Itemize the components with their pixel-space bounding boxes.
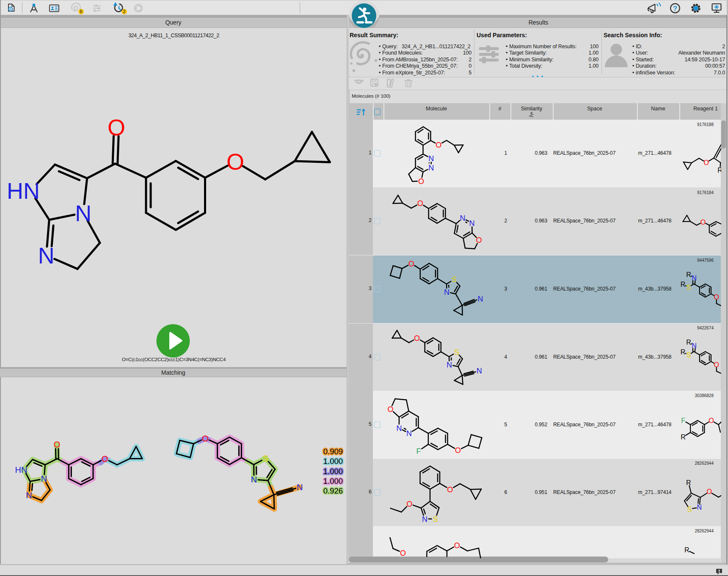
svg-text:N: N (428, 154, 434, 163)
svg-text:N: N (406, 429, 412, 438)
svg-text:N: N (460, 214, 466, 222)
svg-text:O: O (703, 159, 709, 166)
svg-text:O: O (387, 405, 393, 414)
svg-text:O: O (454, 541, 460, 550)
svg-text:O: O (714, 293, 719, 301)
svg-text:S: S (454, 348, 459, 357)
svg-text:F: F (416, 447, 421, 455)
svg-text:R: R (686, 479, 691, 486)
svg-text:S: S (433, 515, 438, 524)
svg-text:S: S (687, 506, 692, 513)
svg-text:O: O (455, 446, 461, 455)
svg-text:S: S (687, 284, 691, 291)
svg-text:O: O (400, 549, 406, 557)
svg-text:O: O (418, 177, 424, 186)
svg-text:O: O (417, 199, 423, 208)
svg-text:R: R (686, 271, 691, 278)
svg-text:F: F (681, 417, 685, 424)
svg-text:O: O (709, 417, 714, 424)
svg-text:N: N (444, 288, 449, 296)
svg-text:R: R (681, 348, 686, 356)
svg-text:O: O (414, 334, 420, 343)
svg-text:R: R (681, 281, 686, 288)
svg-text:S: S (452, 275, 457, 284)
svg-text:R: R (681, 433, 686, 441)
svg-text:O: O (707, 488, 712, 495)
svg-text:N: N (478, 295, 483, 303)
svg-text:R: R (686, 339, 691, 346)
svg-text:N: N (697, 504, 702, 511)
svg-text:S: S (687, 351, 691, 359)
svg-text:O: O (714, 361, 719, 368)
svg-text:O: O (408, 260, 414, 268)
svg-text:N: N (692, 342, 697, 349)
svg-text:O: O (447, 485, 453, 494)
svg-text:O: O (406, 500, 412, 508)
svg-text:O: O (436, 141, 441, 149)
svg-text:N: N (469, 219, 475, 228)
svg-text:N: N (447, 361, 452, 369)
svg-text:O: O (700, 219, 706, 226)
svg-text:N: N (477, 367, 482, 375)
svg-text:R: R (717, 167, 721, 174)
svg-text:O: O (476, 236, 482, 244)
svg-text:N: N (396, 424, 402, 433)
svg-text:N: N (692, 274, 697, 282)
svg-text:N: N (422, 515, 427, 524)
svg-text:N: N (428, 164, 434, 172)
svg-text:R: R (684, 546, 689, 554)
